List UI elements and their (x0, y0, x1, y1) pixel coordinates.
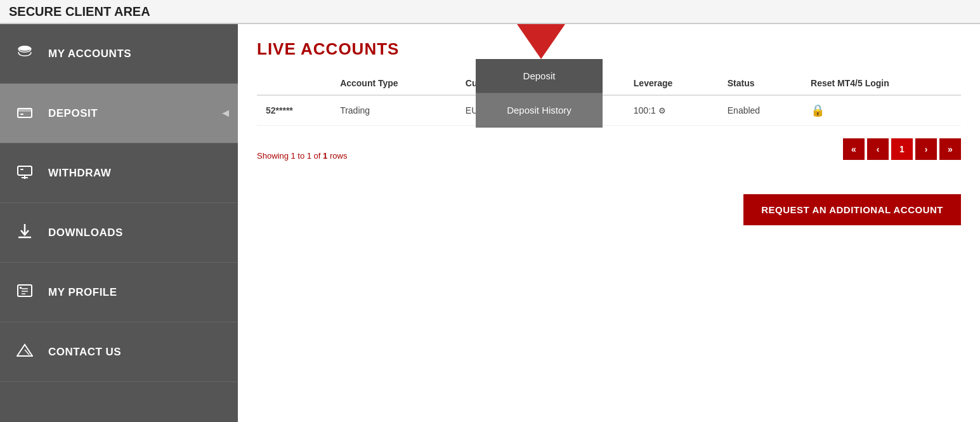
main-content: LIVE ACCOUNTS Account Type Currency Equi… (238, 24, 980, 422)
layout: MY ACCOUNTS DEPOSIT ◄ (0, 24, 980, 422)
dropdown-arrow (517, 24, 565, 59)
sidebar-item-label: CONTACT US (48, 346, 121, 359)
header-title: SECURE CLIENT AREA (9, 4, 150, 19)
deposit-icon (15, 103, 34, 124)
sidebar-item-my-accounts[interactable]: MY ACCOUNTS (0, 24, 238, 84)
last-page-btn[interactable]: » (939, 138, 961, 160)
col-account-type: Account Type (331, 72, 457, 95)
status: Enabled (719, 95, 802, 126)
lock-icon[interactable]: 🔒 (811, 104, 825, 117)
leverage: 100:1 ⚙ (625, 95, 719, 126)
request-additional-account-button[interactable]: REQUEST AN ADDITIONAL ACCOUNT (743, 194, 961, 225)
svg-rect-14 (20, 287, 22, 289)
sidebar-item-contact-us[interactable]: CONTACT US (0, 322, 238, 382)
svg-rect-3 (20, 114, 23, 115)
dropdown-deposit-history[interactable]: Deposit History (476, 93, 603, 128)
sidebar-item-label: DEPOSIT (48, 107, 98, 120)
accounts-table: Account Type Currency Equity Leverage St… (257, 72, 961, 126)
sidebar-item-withdraw[interactable]: WITHDRAW (0, 143, 238, 203)
sidebar-item-deposit[interactable]: DEPOSIT ◄ (0, 84, 238, 143)
dropdown-menu: Deposit Deposit History (476, 59, 603, 128)
sidebar-item-label: MY ACCOUNTS (48, 48, 131, 60)
svg-rect-2 (18, 109, 32, 112)
sidebar-item-label: MY PROFILE (48, 286, 117, 299)
contact-icon (15, 342, 34, 362)
reset-login[interactable]: 🔒 (802, 95, 961, 126)
showing-text: Showing 1 to 1 of 1 rows (257, 151, 347, 161)
sidebar-arrow-icon: ◄ (220, 107, 232, 120)
next-page-btn[interactable]: › (915, 138, 937, 160)
gear-icon[interactable]: ⚙ (658, 106, 666, 115)
profile-icon (15, 282, 34, 303)
col-reset: Reset MT4/5 Login (802, 72, 961, 95)
pagination: « ‹ 1 › » (843, 138, 961, 160)
svg-rect-4 (18, 166, 32, 175)
withdraw-icon (15, 163, 34, 183)
sidebar-item-label: WITHDRAW (48, 167, 111, 180)
prev-page-btn[interactable]: ‹ (867, 138, 889, 160)
main-area: LIVE ACCOUNTS Account Type Currency Equi… (238, 24, 980, 422)
col-leverage: Leverage (625, 72, 719, 95)
current-page-btn[interactable]: 1 (891, 138, 913, 160)
sidebar-item-label: DOWNLOADS (48, 227, 123, 239)
svg-point-0 (18, 46, 31, 51)
table-row: 52***** Trading EUR 0 100:1 ⚙ Enabled 🔒 (257, 95, 961, 126)
sidebar: MY ACCOUNTS DEPOSIT ◄ (0, 24, 238, 422)
sidebar-item-my-profile[interactable]: MY PROFILE (0, 263, 238, 322)
account-type: Trading (331, 95, 457, 126)
first-page-btn[interactable]: « (843, 138, 865, 160)
accounts-icon (15, 44, 34, 64)
dropdown-deposit[interactable]: Deposit (476, 59, 603, 93)
svg-rect-10 (18, 285, 32, 296)
svg-rect-7 (20, 169, 23, 170)
live-accounts-title: LIVE ACCOUNTS (257, 39, 961, 59)
dropdown-overlay: Deposit Deposit History (476, 24, 603, 128)
col-id (257, 72, 331, 95)
account-id: 52***** (257, 95, 331, 126)
header: SECURE CLIENT AREA (0, 0, 980, 24)
downloads-icon (15, 223, 34, 243)
col-status: Status (719, 72, 802, 95)
sidebar-item-downloads[interactable]: DOWNLOADS (0, 203, 238, 263)
